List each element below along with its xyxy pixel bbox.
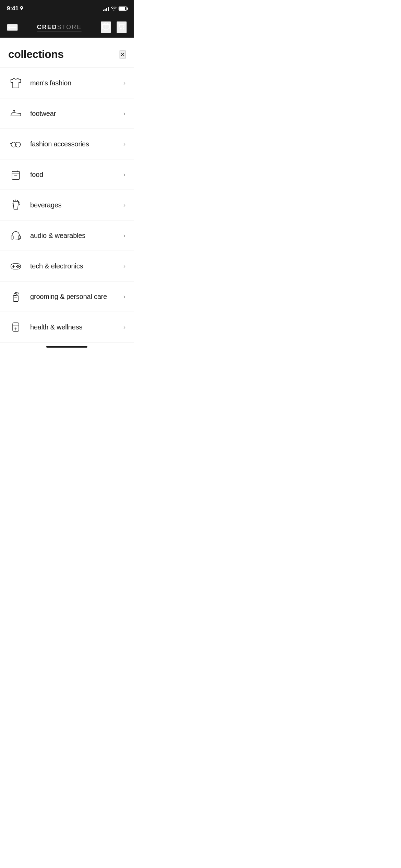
fashion-accessories-label: fashion accessories [30,140,123,148]
svg-line-8 [11,143,11,145]
cart-icon [117,22,126,31]
food-chevron: › [123,171,125,178]
tech-electronics-icon [8,258,23,274]
shoe-icon [10,107,22,120]
svg-rect-26 [13,295,18,301]
status-time: 9:41 [7,5,23,12]
grooming-icon [8,289,23,304]
page-content: collections × men's fashion › footwear [0,38,134,342]
category-item-grooming[interactable]: grooming & personal care › [0,281,134,312]
footwear-icon [8,106,23,121]
nav-bar: CRED STORE [0,17,134,38]
gamepad-icon [10,260,22,272]
shirt-icon [10,77,22,89]
food-box-icon [10,168,22,181]
mens-fashion-icon [8,75,23,91]
category-item-food[interactable]: food › [0,159,134,190]
footwear-label: footwear [30,110,123,118]
headphones-icon [10,229,22,242]
category-item-mens-fashion[interactable]: men's fashion › [0,68,134,98]
beverages-icon [8,197,23,213]
medicine-icon [10,321,22,333]
category-item-footwear[interactable]: footwear › [0,98,134,129]
health-wellness-icon [8,320,23,335]
svg-point-22 [17,265,19,266]
cup-icon [10,199,22,211]
tech-electronics-label: tech & electronics [30,262,123,270]
collections-title: collections [8,48,64,61]
svg-point-24 [17,267,19,268]
home-indicator [0,342,134,350]
cart-button[interactable] [117,21,127,33]
status-bar: 9:41 [0,0,134,17]
beverages-label: beverages [30,201,123,209]
category-item-tech-electronics[interactable]: tech & electronics › [0,251,134,281]
svg-point-25 [16,266,17,267]
grooming-label: grooming & personal care [30,293,123,301]
status-icons [103,6,127,11]
time-label: 9:41 [7,5,19,12]
home-bar [46,346,87,348]
svg-line-9 [21,143,21,145]
nav-actions [101,21,127,33]
tech-electronics-chevron: › [123,263,125,270]
wifi-icon [111,7,117,11]
food-icon [8,167,23,182]
svg-rect-17 [11,236,13,239]
nav-cred-label: CRED [37,24,57,31]
close-button[interactable]: × [120,50,125,59]
audio-wearables-label: audio & wearables [30,232,123,240]
category-item-audio-wearables[interactable]: audio & wearables › [0,220,134,251]
category-item-beverages[interactable]: beverages › [0,190,134,220]
mens-fashion-chevron: › [123,80,125,87]
audio-wearables-icon [8,228,23,243]
nav-store-label: STORE [57,24,82,31]
svg-point-23 [19,266,20,267]
signal-icon [103,6,109,11]
grooming-chevron: › [123,293,125,300]
battery-icon [119,7,127,11]
category-item-fashion-accessories[interactable]: fashion accessories › [0,129,134,159]
category-item-health-wellness[interactable]: health & wellness › [0,312,134,342]
mens-fashion-label: men's fashion [30,79,123,87]
glasses-icon [10,138,22,150]
location-icon [20,6,23,11]
nav-title: CRED STORE [37,24,82,31]
fashion-accessories-chevron: › [123,141,125,148]
back-button[interactable] [7,24,18,31]
footwear-chevron: › [123,110,125,117]
beverages-chevron: › [123,202,125,209]
svg-point-4 [123,28,124,29]
health-wellness-label: health & wellness [30,323,123,331]
svg-rect-10 [12,171,20,179]
back-arrow-icon [8,25,17,30]
audio-wearables-chevron: › [123,232,125,239]
category-list: men's fashion › footwear › [0,68,134,342]
fashion-accessories-icon [8,136,23,152]
collections-header: collections × [0,38,134,68]
cube-icon [101,22,110,31]
pump-icon [10,290,22,303]
cube-button[interactable] [101,21,111,33]
food-label: food [30,171,123,179]
health-wellness-chevron: › [123,324,125,331]
svg-point-3 [120,28,121,29]
